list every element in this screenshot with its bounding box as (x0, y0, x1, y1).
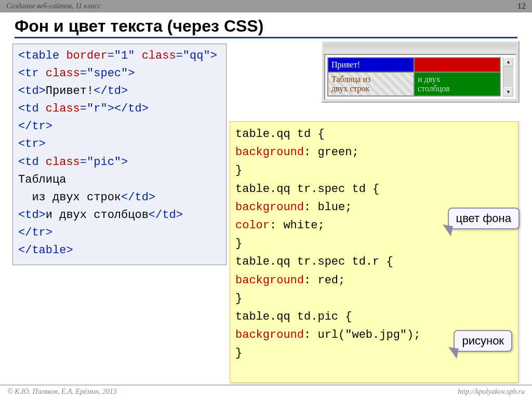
callout-picture: рисунок (454, 330, 512, 352)
preview-window: Привет! Таблица издвух строк и двухстолб… (321, 40, 520, 103)
copyright: © К.Ю. Поляков, Е.А. Ерёмин, 2013 (7, 388, 117, 396)
page-number: 12 (517, 2, 526, 11)
page-title: Фон и цвет текста (через CSS) (15, 17, 517, 36)
header-bar: Создание веб-сайтов, 11 класс 12 (0, 0, 532, 12)
demo-cell-blue: Привет! (328, 58, 414, 72)
demo-table: Привет! Таблица издвух строк и двухстолб… (327, 57, 501, 97)
demo-cell-pic: Таблица издвух строк (328, 72, 414, 96)
title-rule (15, 37, 517, 38)
footer: © К.Ю. Поляков, Е.А. Ерёмин, 2013 http:/… (0, 385, 532, 398)
breadcrumb: Создание веб-сайтов, 11 класс (6, 2, 101, 10)
demo-cell-green: и двухстолбцов (414, 72, 500, 96)
window-titlebar (324, 44, 516, 53)
scroll-down-icon[interactable]: ▾ (503, 87, 513, 97)
scrollbar[interactable]: ▴ ▾ (503, 57, 513, 97)
scroll-up-icon[interactable]: ▴ (503, 57, 513, 66)
footer-url: http://kpolyakov.spb.ru (458, 388, 525, 396)
callout-background: цвет фона (448, 208, 520, 229)
demo-cell-red (414, 58, 500, 72)
html-code-block: <table border="1" class="qq"> <tr class=… (12, 44, 227, 265)
